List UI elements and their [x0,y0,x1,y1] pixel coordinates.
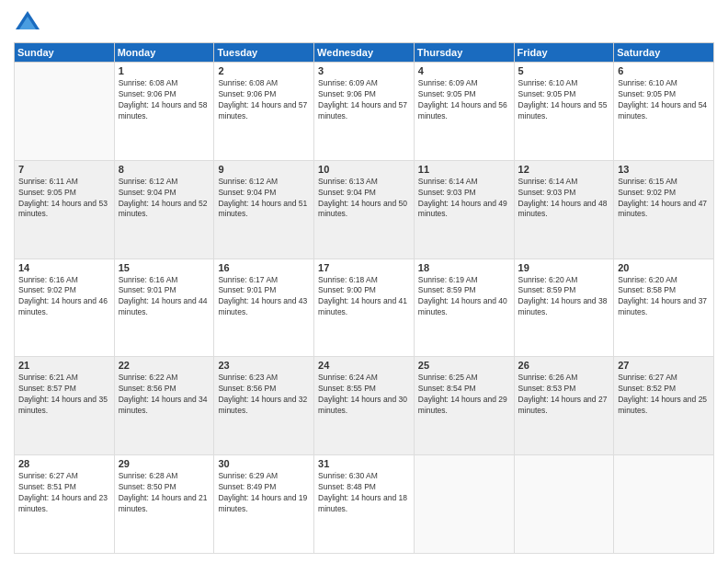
weekday-header: Thursday [414,43,514,63]
day-number: 23 [218,360,310,371]
day-number: 20 [618,262,710,273]
calendar-cell: 26Sunrise: 6:26 AM Sunset: 8:53 PM Dayli… [514,357,614,455]
calendar-cell: 5Sunrise: 6:10 AM Sunset: 9:05 PM Daylig… [514,63,614,161]
day-number: 9 [218,164,310,175]
day-number: 7 [18,164,110,175]
weekday-header: Friday [514,43,614,63]
day-number: 19 [518,262,610,273]
calendar-week-row: 14Sunrise: 6:16 AM Sunset: 9:02 PM Dayli… [15,259,714,357]
weekday-header: Wednesday [314,43,415,63]
day-number: 29 [119,458,210,469]
calendar-cell: 14Sunrise: 6:16 AM Sunset: 9:02 PM Dayli… [15,259,115,357]
day-info: Sunrise: 6:30 AM Sunset: 8:48 PM Dayligh… [318,471,410,515]
logo-icon [14,9,41,37]
calendar-cell: 3Sunrise: 6:09 AM Sunset: 9:06 PM Daylig… [314,63,415,161]
day-number: 2 [218,65,310,76]
weekday-header: Tuesday [214,43,314,63]
calendar-cell: 15Sunrise: 6:16 AM Sunset: 9:01 PM Dayli… [114,259,214,357]
day-number: 18 [418,262,510,273]
day-info: Sunrise: 6:25 AM Sunset: 8:54 PM Dayligh… [418,373,510,417]
day-info: Sunrise: 6:16 AM Sunset: 9:01 PM Dayligh… [119,275,210,319]
day-info: Sunrise: 6:27 AM Sunset: 8:51 PM Dayligh… [18,471,110,515]
day-number: 3 [318,65,410,76]
calendar-header-row: SundayMondayTuesdayWednesdayThursdayFrid… [15,43,714,63]
day-info: Sunrise: 6:08 AM Sunset: 9:06 PM Dayligh… [119,78,210,122]
calendar-cell: 17Sunrise: 6:18 AM Sunset: 9:00 PM Dayli… [314,259,415,357]
day-number: 13 [618,164,710,175]
day-number: 14 [18,262,110,273]
day-info: Sunrise: 6:21 AM Sunset: 8:57 PM Dayligh… [18,373,110,417]
day-info: Sunrise: 6:09 AM Sunset: 9:06 PM Dayligh… [318,78,410,122]
calendar-cell: 9Sunrise: 6:12 AM Sunset: 9:04 PM Daylig… [214,160,314,259]
calendar-cell: 30Sunrise: 6:29 AM Sunset: 8:49 PM Dayli… [214,455,314,554]
calendar-cell: 8Sunrise: 6:12 AM Sunset: 9:04 PM Daylig… [114,160,214,259]
calendar-week-row: 7Sunrise: 6:11 AM Sunset: 9:05 PM Daylig… [15,160,714,259]
calendar-cell: 2Sunrise: 6:08 AM Sunset: 9:06 PM Daylig… [214,63,314,161]
day-number: 5 [518,65,610,76]
day-number: 10 [318,164,410,175]
day-info: Sunrise: 6:15 AM Sunset: 9:02 PM Dayligh… [618,177,710,221]
day-number: 16 [218,262,310,273]
calendar-cell: 1Sunrise: 6:08 AM Sunset: 9:06 PM Daylig… [114,63,214,161]
day-info: Sunrise: 6:14 AM Sunset: 9:03 PM Dayligh… [518,177,610,221]
day-number: 24 [318,360,410,371]
calendar-cell: 12Sunrise: 6:14 AM Sunset: 9:03 PM Dayli… [514,160,614,259]
day-number: 17 [318,262,410,273]
day-number: 1 [119,65,210,76]
calendar-cell: 19Sunrise: 6:20 AM Sunset: 8:59 PM Dayli… [514,259,614,357]
calendar-cell [15,63,115,161]
day-number: 28 [18,458,110,469]
day-info: Sunrise: 6:10 AM Sunset: 9:05 PM Dayligh… [618,78,710,122]
calendar-cell: 29Sunrise: 6:28 AM Sunset: 8:50 PM Dayli… [114,455,214,554]
calendar-week-row: 1Sunrise: 6:08 AM Sunset: 9:06 PM Daylig… [15,63,714,161]
day-number: 30 [218,458,310,469]
calendar-week-row: 21Sunrise: 6:21 AM Sunset: 8:57 PM Dayli… [15,357,714,455]
day-info: Sunrise: 6:29 AM Sunset: 8:49 PM Dayligh… [218,471,310,515]
calendar-cell: 4Sunrise: 6:09 AM Sunset: 9:05 PM Daylig… [414,63,514,161]
calendar-cell: 20Sunrise: 6:20 AM Sunset: 8:58 PM Dayli… [614,259,714,357]
day-number: 27 [618,360,710,371]
calendar-cell: 23Sunrise: 6:23 AM Sunset: 8:56 PM Dayli… [214,357,314,455]
day-info: Sunrise: 6:12 AM Sunset: 9:04 PM Dayligh… [119,177,210,221]
day-info: Sunrise: 6:13 AM Sunset: 9:04 PM Dayligh… [318,177,410,221]
day-info: Sunrise: 6:12 AM Sunset: 9:04 PM Dayligh… [218,177,310,221]
day-number: 11 [418,164,510,175]
day-info: Sunrise: 6:16 AM Sunset: 9:02 PM Dayligh… [18,275,110,319]
day-info: Sunrise: 6:08 AM Sunset: 9:06 PM Dayligh… [218,78,310,122]
calendar-cell: 31Sunrise: 6:30 AM Sunset: 8:48 PM Dayli… [314,455,415,554]
calendar-cell: 25Sunrise: 6:25 AM Sunset: 8:54 PM Dayli… [414,357,514,455]
day-number: 25 [418,360,510,371]
calendar-cell: 6Sunrise: 6:10 AM Sunset: 9:05 PM Daylig… [614,63,714,161]
calendar-cell: 7Sunrise: 6:11 AM Sunset: 9:05 PM Daylig… [15,160,115,259]
calendar-cell: 10Sunrise: 6:13 AM Sunset: 9:04 PM Dayli… [314,160,415,259]
day-number: 15 [119,262,210,273]
calendar-cell: 11Sunrise: 6:14 AM Sunset: 9:03 PM Dayli… [414,160,514,259]
day-info: Sunrise: 6:26 AM Sunset: 8:53 PM Dayligh… [518,373,610,417]
day-info: Sunrise: 6:09 AM Sunset: 9:05 PM Dayligh… [418,78,510,122]
calendar-table: SundayMondayTuesdayWednesdayThursdayFrid… [14,42,714,554]
weekday-header: Saturday [614,43,714,63]
day-info: Sunrise: 6:23 AM Sunset: 8:56 PM Dayligh… [218,373,310,417]
day-info: Sunrise: 6:11 AM Sunset: 9:05 PM Dayligh… [18,177,110,221]
calendar-page: SundayMondayTuesdayWednesdayThursdayFrid… [0,0,728,563]
day-number: 21 [18,360,110,371]
header [14,9,714,37]
day-info: Sunrise: 6:19 AM Sunset: 8:59 PM Dayligh… [418,275,510,319]
day-number: 6 [618,65,710,76]
day-info: Sunrise: 6:27 AM Sunset: 8:52 PM Dayligh… [618,373,710,417]
day-info: Sunrise: 6:17 AM Sunset: 9:01 PM Dayligh… [218,275,310,319]
day-info: Sunrise: 6:10 AM Sunset: 9:05 PM Dayligh… [518,78,610,122]
day-info: Sunrise: 6:14 AM Sunset: 9:03 PM Dayligh… [418,177,510,221]
calendar-cell: 27Sunrise: 6:27 AM Sunset: 8:52 PM Dayli… [614,357,714,455]
calendar-cell [614,455,714,554]
day-number: 22 [119,360,210,371]
calendar-cell: 16Sunrise: 6:17 AM Sunset: 9:01 PM Dayli… [214,259,314,357]
day-info: Sunrise: 6:18 AM Sunset: 9:00 PM Dayligh… [318,275,410,319]
calendar-cell: 13Sunrise: 6:15 AM Sunset: 9:02 PM Dayli… [614,160,714,259]
day-info: Sunrise: 6:28 AM Sunset: 8:50 PM Dayligh… [119,471,210,515]
logo [14,9,45,37]
calendar-cell: 22Sunrise: 6:22 AM Sunset: 8:56 PM Dayli… [114,357,214,455]
calendar-cell: 18Sunrise: 6:19 AM Sunset: 8:59 PM Dayli… [414,259,514,357]
day-number: 8 [119,164,210,175]
day-number: 4 [418,65,510,76]
